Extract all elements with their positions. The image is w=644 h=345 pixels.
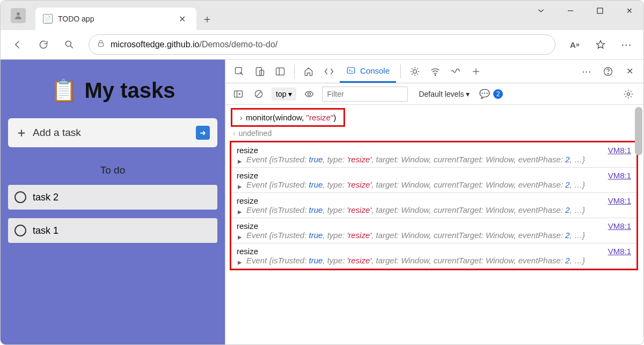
context-selector[interactable]: top ▾ [272, 88, 296, 100]
close-tab-button[interactable]: ✕ [175, 13, 189, 25]
expand-icon[interactable]: ▸ [238, 232, 242, 242]
submit-task-button[interactable]: ➜ [196, 126, 210, 140]
issue-count-badge: 2 [493, 89, 503, 99]
console-toolbar: top ▾ Default levels ▾ 💬 2 [225, 83, 643, 105]
expand-icon[interactable]: ▸ [238, 182, 242, 191]
favorite-button[interactable] [590, 34, 611, 55]
svg-point-11 [413, 69, 417, 73]
network-tab-icon[interactable] [426, 62, 445, 81]
console-tab-label: Console [360, 66, 390, 75]
expand-icon[interactable]: ▸ [238, 257, 242, 267]
sources-tab-icon[interactable] [405, 62, 425, 81]
elements-tab[interactable] [319, 62, 339, 81]
url-text: microsoftedge.github.io/Demos/demo-to-do… [111, 40, 277, 49]
task-checkbox[interactable] [14, 191, 26, 203]
device-emulation-button[interactable] [250, 62, 269, 81]
expand-icon[interactable]: ▸ [238, 207, 242, 217]
svg-point-22 [627, 92, 630, 95]
address-bar[interactable]: microsoftedge.github.io/Demos/demo-to-do… [89, 34, 555, 55]
toggle-sidebar-button[interactable] [231, 87, 246, 102]
log-levels-selector[interactable]: Default levels ▾ [419, 90, 470, 98]
minimize-button[interactable] [555, 0, 585, 21]
svg-rect-6 [256, 67, 261, 75]
event-name: resize [237, 221, 258, 231]
devtools-tabbar: Console ⋯ ✕ [225, 60, 643, 83]
console-log-entry[interactable]: resizeVM8:1▸Event {isTrusted: true, type… [231, 142, 636, 168]
clipboard-icon: 📋 [50, 78, 77, 103]
file-icon: 📄 [43, 14, 53, 24]
refresh-button[interactable] [33, 34, 54, 55]
event-log-list: resizeVM8:1▸Event {isTrusted: true, type… [230, 141, 638, 270]
task-item[interactable]: task 2 [8, 185, 217, 210]
console-log-entry[interactable]: resizeVM8:1▸Event {isTrusted: true, type… [231, 218, 636, 243]
maximize-button[interactable] [585, 0, 614, 21]
back-button[interactable] [7, 34, 28, 55]
tab-actions-button[interactable] [526, 0, 555, 21]
event-details: ▸Event {isTrusted: true, type: 'resize',… [237, 231, 631, 240]
console-log-entry[interactable]: resizeVM8:1▸Event {isTrusted: true, type… [231, 193, 636, 218]
event-source-link[interactable]: VM8:1 [608, 146, 631, 155]
scrollbar-thumb[interactable] [635, 107, 642, 155]
svg-point-0 [17, 12, 20, 16]
person-icon [11, 8, 26, 23]
profile-button[interactable] [1, 1, 35, 30]
dock-side-button[interactable] [270, 62, 290, 81]
event-name: resize [237, 146, 258, 155]
event-details: ▸Event {isTrusted: true, type: 'resize',… [237, 205, 631, 214]
inspect-element-button[interactable] [230, 62, 249, 81]
devtools-panel: Console ⋯ ✕ top ▾ Default levels ▾ [225, 60, 643, 344]
browser-titlebar: 📄 TODO app ✕ ＋ ✕ [1, 1, 643, 30]
performance-tab-icon[interactable] [446, 62, 465, 81]
event-name: resize [237, 247, 258, 256]
event-source-link[interactable]: VM8:1 [608, 196, 631, 205]
help-button[interactable] [598, 62, 618, 81]
prompt-icon: › [240, 113, 243, 122]
browser-toolbar: microsoftedge.github.io/Demos/demo-to-do… [1, 30, 643, 60]
svg-point-12 [435, 74, 436, 75]
event-details: ▸Event {isTrusted: true, type: 'resize',… [237, 256, 631, 265]
clear-console-button[interactable] [251, 87, 266, 102]
console-output[interactable]: › monitor(window, "resize") ‹undefined r… [225, 105, 643, 344]
expand-icon[interactable]: ▸ [238, 156, 242, 166]
event-source-link[interactable]: VM8:1 [608, 171, 631, 180]
task-item[interactable]: task 1 [8, 218, 217, 243]
console-log-entry[interactable]: resizeVM8:1▸Event {isTrusted: true, type… [231, 168, 636, 193]
more-button[interactable]: ⋯ [616, 34, 637, 55]
new-tab-button[interactable]: ＋ [196, 8, 218, 30]
browser-tab[interactable]: 📄 TODO app ✕ [35, 8, 196, 30]
svg-point-3 [65, 41, 71, 46]
section-heading: To do [8, 164, 217, 176]
read-aloud-button[interactable]: A» [564, 34, 586, 55]
console-settings-button[interactable] [619, 84, 638, 104]
lock-icon [97, 39, 105, 50]
return-value-line: ‹undefined [225, 128, 643, 139]
console-tab[interactable]: Console [340, 60, 396, 83]
welcome-tab[interactable] [299, 62, 318, 81]
command-text: monitor(window, "resize") [246, 113, 336, 122]
close-window-button[interactable]: ✕ [614, 0, 644, 21]
issues-button[interactable]: 💬 2 [479, 89, 503, 99]
add-task-placeholder: Add a task [33, 127, 81, 139]
svg-rect-17 [235, 91, 243, 97]
svg-point-16 [608, 73, 608, 74]
event-name: resize [237, 196, 258, 205]
svg-rect-10 [347, 68, 355, 74]
event-source-link[interactable]: VM8:1 [608, 221, 631, 231]
task-checkbox[interactable] [14, 225, 26, 236]
plus-icon: ＋ [16, 125, 27, 141]
event-name: resize [237, 171, 258, 180]
live-expression-button[interactable] [302, 87, 317, 102]
svg-line-20 [257, 91, 261, 96]
add-task-input[interactable]: ＋ Add a task ➜ [8, 118, 217, 147]
search-button[interactable] [58, 34, 80, 55]
devtools-more-button[interactable]: ⋯ [577, 62, 596, 81]
console-log-entry[interactable]: resizeVM8:1▸Event {isTrusted: true, type… [231, 243, 636, 269]
chat-icon: 💬 [479, 89, 490, 99]
tab-title: TODO app [58, 15, 170, 23]
todo-app: 📋 My tasks ＋ Add a task ➜ To do task 2ta… [1, 60, 225, 344]
svg-point-21 [308, 92, 311, 95]
close-devtools-button[interactable]: ✕ [620, 62, 639, 81]
event-source-link[interactable]: VM8:1 [608, 247, 631, 256]
filter-input[interactable] [322, 87, 408, 102]
more-tabs-button[interactable] [466, 62, 486, 81]
